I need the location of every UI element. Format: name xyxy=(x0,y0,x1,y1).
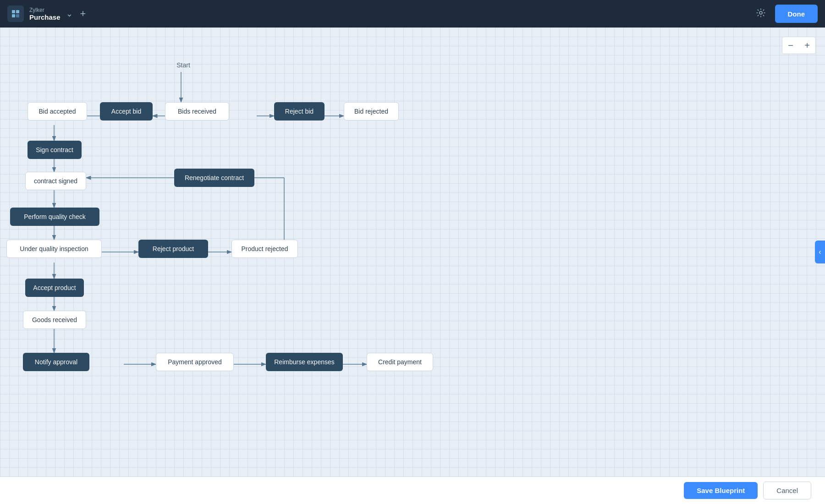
perform-quality-check-node[interactable]: Perform quality check xyxy=(10,208,99,226)
zoom-in-button[interactable]: + xyxy=(799,37,815,54)
bid-rejected-node[interactable]: Bid rejected xyxy=(344,102,399,121)
under-quality-inspection-node[interactable]: Under quality inspection xyxy=(6,240,102,258)
footer: Save Blueprint Cancel xyxy=(0,477,825,504)
add-icon[interactable]: + xyxy=(80,8,86,20)
reimburse-expenses-node[interactable]: Reimburse expenses xyxy=(266,353,343,371)
payment-approved-node[interactable]: Payment approved xyxy=(156,353,234,371)
zoom-out-button[interactable]: − xyxy=(782,37,799,54)
svg-rect-1 xyxy=(16,10,19,13)
app-name: Purchase xyxy=(29,13,60,21)
credit-payment-node[interactable]: Credit payment xyxy=(367,353,433,371)
accept-bid-node[interactable]: Accept bid xyxy=(100,102,153,121)
app-logo xyxy=(7,5,24,22)
product-rejected-node[interactable]: Product rejected xyxy=(231,240,298,258)
zoom-controls: − + xyxy=(782,37,816,54)
sign-contract-node[interactable]: Sign contract xyxy=(28,141,82,159)
company-name: Zylker xyxy=(29,7,60,13)
svg-rect-3 xyxy=(16,14,19,17)
goods-received-node[interactable]: Goods received xyxy=(23,311,86,329)
panel-collapse-button[interactable]: ‹ xyxy=(815,241,825,263)
settings-icon[interactable] xyxy=(756,8,766,20)
chevron-down-icon[interactable]: ⌄ xyxy=(66,9,73,19)
svg-rect-2 xyxy=(12,14,15,17)
header-title-group: Zylker Purchase xyxy=(29,7,60,21)
blueprint-canvas: Start Bids received Accept bid Bid accep… xyxy=(0,27,825,477)
contract-signed-node[interactable]: contract signed xyxy=(25,172,86,190)
bids-received-node[interactable]: Bids received xyxy=(165,102,229,121)
done-button[interactable]: Done xyxy=(775,5,818,23)
renegotiate-contract-node[interactable]: Renegotiate contract xyxy=(174,169,254,187)
reject-bid-node[interactable]: Reject bid xyxy=(274,102,324,121)
svg-point-4 xyxy=(759,11,762,14)
accept-product-node[interactable]: Accept product xyxy=(25,279,84,297)
bid-accepted-node[interactable]: Bid accepted xyxy=(28,102,87,121)
reject-product-node[interactable]: Reject product xyxy=(138,240,208,258)
arrows-layer xyxy=(0,27,825,477)
save-blueprint-button[interactable]: Save Blueprint xyxy=(684,482,758,499)
notify-approval-node[interactable]: Notify approval xyxy=(23,353,89,371)
cancel-button[interactable]: Cancel xyxy=(763,482,811,499)
chevron-left-icon: ‹ xyxy=(819,248,821,256)
app-header: Zylker Purchase ⌄ + Done xyxy=(0,0,825,27)
start-node: Start xyxy=(170,59,197,71)
svg-rect-0 xyxy=(12,10,15,13)
